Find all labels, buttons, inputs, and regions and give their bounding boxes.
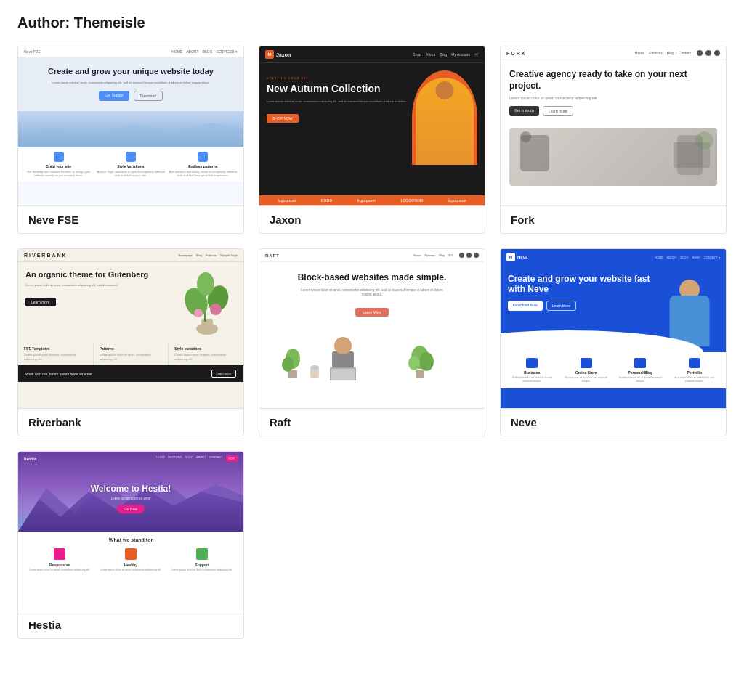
hestia-preview: hestia HOME BUTTONS SHOP ABOUT CONTACT H… xyxy=(18,452,243,611)
neve-hero-text: Create and grow your website fast with N… xyxy=(508,274,660,346)
theme-card-jaxon[interactable]: M Jaxon Shop About Blog My Account 🛒 Sta… xyxy=(259,46,485,234)
personal-blog-icon xyxy=(634,358,646,368)
neve-feature-1: Business Sollicitudin dolor sit amet ull… xyxy=(505,358,559,383)
riverbank-footer-btn[interactable]: Learn more xyxy=(211,370,236,378)
fork-btn2[interactable]: Learn more xyxy=(543,106,573,116)
neve-feature-2: Online Store Facilisis arcu ut eu ull do… xyxy=(559,358,614,383)
neve-fse-buttons: Get Started Download xyxy=(28,91,233,101)
raft-hero-desc: Lorem ipsum dolor sit amet, consectetur … xyxy=(299,288,445,298)
neve-fse-btn2[interactable]: Download xyxy=(134,91,163,101)
jaxon-logo-icon: M xyxy=(265,50,274,59)
raft-facebook-icon xyxy=(459,253,464,258)
neve-logo: N Neve xyxy=(506,253,527,261)
neve-fse-feature-text-2: Multiple Style variations to give a comp… xyxy=(96,170,165,177)
hestia-feature-2: Healthy Lorem ipsum dolor sit amet conse… xyxy=(97,548,165,572)
riverbank-theme-name: Riverbank xyxy=(18,409,243,436)
neve-feature-3: Personal Blog Facilisis arcu ut eu ull d… xyxy=(613,358,668,383)
neve-fse-feature-1: Build your site The flexibility and crea… xyxy=(24,152,93,177)
raft-theme-name: Raft xyxy=(259,409,485,436)
theme-card-hestia[interactable]: hestia HOME BUTTONS SHOP ABOUT CONTACT H… xyxy=(17,451,244,639)
riverbank-btn[interactable]: Learn more xyxy=(25,298,56,306)
raft-logo: RAFT xyxy=(265,253,280,258)
hestia-feature-text-2: Lorem ipsum dolor sit amet consectetur a… xyxy=(97,569,165,572)
neve-btn1[interactable]: Download Now xyxy=(508,301,543,311)
riverbank-feature-1: FSE Templates Lorem ipsum dolor sit amet… xyxy=(18,342,94,365)
theme-card-raft[interactable]: RAFT Home Patterns Blog 404 B xyxy=(259,248,485,436)
fork-facebook-icon xyxy=(697,50,703,56)
fork-instagram-icon xyxy=(705,50,711,56)
neve-feature-text-1: Sollicitudin dolor sit amet ull do sed e… xyxy=(508,376,557,383)
fork-preview: FORK Home Patterns Blog Contact xyxy=(501,46,726,206)
neve-fse-feature-title-1: Build your site xyxy=(24,164,93,168)
neve-fse-features: Build your site The flexibility and crea… xyxy=(18,147,243,182)
endless-patterns-icon xyxy=(198,152,208,162)
theme-grid-row1: Neve FSE HOME ABOUT BLOG SERVICES ▾ Crea… xyxy=(17,46,727,234)
riverbank-hero-desc: Lorem ipsum dolor sit amet, consectetur … xyxy=(25,283,172,288)
jaxon-shop-btn[interactable]: SHOP NOW xyxy=(267,114,299,123)
jaxon-logo-text: Jaxon xyxy=(276,52,291,57)
riverbank-preview: RIVERBANK Homepage Blog Patterns Sample … xyxy=(18,249,243,409)
fork-hero-image xyxy=(509,128,717,186)
responsive-icon xyxy=(54,548,65,560)
neve-person-body xyxy=(670,296,710,346)
jaxon-hero: Starting from $29 New Autumn Collection … xyxy=(259,63,485,195)
fork-nav: FORK Home Patterns Blog Contact xyxy=(501,46,726,60)
theme-card-fork[interactable]: FORK Home Patterns Blog Contact xyxy=(500,46,727,234)
hestia-feature-text-1: Lorem ipsum dolor sit amet consectetur a… xyxy=(25,569,94,572)
riverbank-feature-title-3: Style variations xyxy=(174,346,238,351)
neve-fse-hero-title: Create and grow your unique website toda… xyxy=(28,66,233,76)
neve-feature-text-4: Accumsan dolor sit amet ull do sed euism… xyxy=(671,376,719,383)
jaxon-preview: M Jaxon Shop About Blog My Account 🛒 Sta… xyxy=(259,46,485,206)
neve-hero: Create and grow your website fast with N… xyxy=(501,265,726,352)
neve-fse-nav-links: HOME ABOUT BLOG SERVICES ▾ xyxy=(171,49,238,54)
style-variations-icon xyxy=(126,152,136,162)
neve-fse-theme-name: Neve FSE xyxy=(18,206,243,233)
fork-plant-decor xyxy=(695,131,713,150)
fork-nav-links: Home Patterns Blog Contact xyxy=(635,51,691,55)
theme-card-neve-fse[interactable]: Neve FSE HOME ABOUT BLOG SERVICES ▾ Crea… xyxy=(17,46,244,234)
riverbank-feature-text-1: Lorem ipsum dolor sit amet, consectetur … xyxy=(24,353,87,361)
theme-card-neve[interactable]: N Neve HOME ABOUT BLOG SHOP CONTACT ▾ Cr… xyxy=(500,248,727,436)
fork-hero-title: Creative agency ready to take on your ne… xyxy=(509,69,717,91)
fork-btn1[interactable]: Get in touch xyxy=(509,106,539,116)
fork-logo: FORK xyxy=(506,51,527,56)
raft-btn[interactable]: Learn More xyxy=(355,308,389,317)
fork-theme-name: Fork xyxy=(501,206,726,233)
raft-social-icons xyxy=(459,253,479,258)
hestia-feature-title-3: Support xyxy=(168,563,236,567)
neve-btn2[interactable]: Learn More xyxy=(546,301,577,311)
neve-feature-title-3: Personal Blog xyxy=(616,370,665,375)
raft-instagram-icon xyxy=(466,253,472,258)
riverbank-features: FSE Templates Lorem ipsum dolor sit amet… xyxy=(18,342,243,365)
hestia-hero-title: Welcome to Hestia! xyxy=(91,484,171,494)
raft-nav-right: Home Patterns Blog 404 xyxy=(413,253,479,258)
neve-preview: N Neve HOME ABOUT BLOG SHOP CONTACT ▾ Cr… xyxy=(501,249,726,409)
jaxon-nav-links: Shop About Blog My Account 🛒 xyxy=(413,52,479,57)
fork-hero-desc: Lorem ipsum dolor sit amet, consectetur … xyxy=(509,96,717,100)
hestia-feature-3: Support Lorem ipsum dolor sit amet conse… xyxy=(168,548,236,572)
neve-logo-text: Neve xyxy=(517,255,527,259)
svg-point-10 xyxy=(282,357,294,372)
neve-nav: N Neve HOME ABOUT BLOG SHOP CONTACT ▾ xyxy=(501,249,726,265)
online-store-icon xyxy=(581,358,592,368)
jaxon-brand-logos: logoipsum BOGO logoipsum LOGOIPSUM logoi… xyxy=(259,195,485,205)
hestia-hero-section: hestia HOME BUTTONS SHOP ABOUT CONTACT H… xyxy=(18,452,243,532)
neve-fse-logo: Neve FSE xyxy=(24,49,41,54)
neve-fse-btn1[interactable]: Get Started xyxy=(99,91,129,101)
hestia-brand: hestia xyxy=(24,457,36,461)
empty-slot-3 xyxy=(500,451,727,639)
hestia-feature-title-2: Healthy xyxy=(97,563,165,567)
plant-svg xyxy=(178,269,236,335)
raft-nav-links: Home Patterns Blog 404 xyxy=(413,253,453,257)
hestia-nav: hestia HOME BUTTONS SHOP ABOUT CONTACT H… xyxy=(18,452,243,465)
neve-fse-feature-3: Endless patterns Add patterns and easily… xyxy=(169,152,238,177)
svg-rect-17 xyxy=(416,370,424,378)
neve-logo-icon: N xyxy=(506,253,515,261)
riverbank-footer-text: Work with me, lorem ipsum dolor sit amet xyxy=(25,372,92,376)
svg-point-5 xyxy=(197,272,214,296)
support-icon xyxy=(196,548,208,560)
hestia-values-title: What we stand for xyxy=(25,537,236,542)
theme-card-riverbank[interactable]: RIVERBANK Homepage Blog Patterns Sample … xyxy=(17,248,244,436)
hestia-btn[interactable]: Go Now xyxy=(117,505,145,513)
fork-social-icons xyxy=(697,50,720,56)
